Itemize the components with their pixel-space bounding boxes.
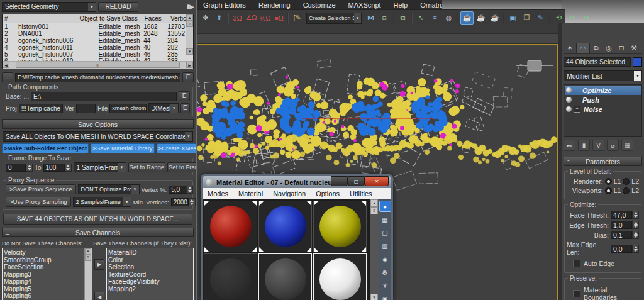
- remove-modifier-icon[interactable]: ⌀: [607, 140, 619, 151]
- paint-brush-icon[interactable]: ✎: [534, 11, 547, 25]
- vertex-percent-spinner[interactable]: 5,0: [169, 186, 193, 194]
- table-vscrollbar[interactable]: [186, 14, 193, 55]
- separator[interactable]: [411, 13, 413, 24]
- separator[interactable]: [228, 13, 229, 24]
- visibility-bulb-icon[interactable]: [566, 97, 572, 103]
- project-field[interactable]: !!!Temp cache xmesh: [19, 104, 63, 113]
- selection-name-field[interactable]: 44 Objects Selected: [564, 57, 631, 67]
- frame-end-spinner[interactable]: 100: [43, 164, 72, 172]
- material-editor-menu-item[interactable]: Material: [233, 190, 268, 197]
- table-header-cell[interactable]: Class: [120, 14, 143, 23]
- list-item[interactable]: Mapping3: [4, 271, 84, 279]
- tab-utilities[interactable]: ⚒: [628, 43, 640, 53]
- separator[interactable]: [503, 13, 504, 24]
- save-objects-button[interactable]: SAVE 44 OBJECTS AS ONE MESH IN WORLD SPA…: [3, 214, 192, 225]
- create-xmesh-loaders-button[interactable]: >Create XMesh Loaders: [157, 143, 197, 153]
- parameter-spinner[interactable]: 47,0: [611, 211, 639, 219]
- save-channels-rollout-header[interactable]: _ Save Channels: [2, 228, 194, 237]
- slots-vscrollbar[interactable]: [370, 199, 379, 300]
- edit-named-selection-sets-icon[interactable]: {✎: [291, 11, 304, 25]
- background-checker-icon[interactable]: ▦: [379, 214, 391, 225]
- explore-path-button[interactable]: E: [182, 72, 194, 82]
- parameter-spinner[interactable]: 0,1: [611, 231, 639, 239]
- layer-manager-icon[interactable]: ⧉: [396, 11, 409, 25]
- min-vertices-spinner[interactable]: 2000: [171, 198, 196, 206]
- parameters-rollout-header[interactable]: - Parameters: [564, 157, 642, 166]
- make-preview-icon[interactable]: ◈: [379, 253, 391, 265]
- browse-path-button[interactable]: ...: [2, 72, 13, 82]
- tab-motion[interactable]: ◎: [602, 43, 615, 53]
- table-header-cell[interactable]: Faces: [143, 14, 169, 23]
- list-item[interactable]: TextureCoord: [108, 271, 192, 279]
- modifier-stack-row[interactable]: + Optimize: [565, 86, 641, 95]
- list-item[interactable]: Mapping4: [4, 278, 84, 286]
- material-editor-titlebar[interactable]: Material Editor - 07 - Default nucleus —…: [203, 176, 391, 188]
- table-header-cell[interactable]: #: [3, 14, 77, 23]
- menubar-item[interactable]: Rendering: [252, 1, 297, 9]
- loop-back-icon[interactable]: ⟲: [552, 11, 565, 25]
- pin-stack-icon[interactable]: ⊷: [564, 140, 575, 151]
- material-map-navigator-icon[interactable]: ◉: [379, 293, 391, 300]
- loop-play-icon[interactable]: ⟳: [566, 11, 579, 25]
- frame-start-spinner[interactable]: 0: [6, 164, 33, 172]
- list-item[interactable]: Mapping6: [4, 292, 84, 300]
- save-options-rollout-header[interactable]: _ Save Options: [2, 119, 194, 129]
- material-slot[interactable]: [204, 253, 257, 300]
- output-path-field[interactable]: E:\!!!Temp cache xmesh chromatid nucleos…: [15, 73, 180, 82]
- make-subfolder-button[interactable]: >Make Sub-Folder Per Object: [2, 143, 89, 153]
- object-color-swatch[interactable]: [633, 57, 642, 67]
- table-row[interactable]: 2DNA001Editable_mesh204813552: [3, 30, 193, 37]
- modifier-list-dropdown[interactable]: Modifier List ▼: [564, 70, 642, 81]
- material-editor-menu-item[interactable]: Navigation: [268, 190, 311, 197]
- parameter-spinner[interactable]: 1,0: [611, 221, 639, 229]
- tab-create[interactable]: ✶: [564, 43, 576, 53]
- menubar-item[interactable]: MAXScript: [342, 1, 387, 9]
- modifier-stack-row[interactable]: + Push: [565, 95, 641, 104]
- dock-icon[interactable]: ▮▶: [187, 3, 194, 10]
- align-icon[interactable]: ⧈: [378, 11, 391, 25]
- video-color-check-icon[interactable]: ▥: [379, 240, 391, 252]
- render-production-icon[interactable]: ☕: [488, 11, 501, 25]
- sampling-dropdown[interactable]: 1 Sample/Frame ▼: [74, 162, 126, 172]
- material-editor-icon[interactable]: ◍: [442, 11, 455, 25]
- list-item[interactable]: SmoothingGroup: [4, 257, 84, 264]
- material-slot[interactable]: [204, 201, 257, 252]
- list-item[interactable]: MaterialID: [108, 249, 192, 257]
- save-material-library-button[interactable]: >Save Material Library: [91, 143, 154, 153]
- select-and-manipulate-icon[interactable]: ✥: [199, 11, 212, 25]
- minimize-button[interactable]: —: [331, 176, 348, 186]
- percent-snap-icon[interactable]: %Ω: [258, 11, 272, 25]
- set-to-range-button[interactable]: Set to Range: [128, 162, 165, 172]
- tab-modify[interactable]: ◠: [576, 43, 590, 53]
- save-mode-dropdown[interactable]: Save ALL Objects To ONE MESH In WORLD SP…: [3, 131, 193, 142]
- use-proxy-sampling-button[interactable]: >Use Proxy Sampling: [6, 197, 71, 207]
- list-item[interactable]: Color: [108, 257, 192, 264]
- close-button[interactable]: ✕: [365, 176, 389, 186]
- list-item[interactable]: Velocity: [4, 249, 84, 257]
- sample-uv-tiling-icon[interactable]: ▢: [379, 227, 391, 238]
- render-setup-icon[interactable]: ☕: [460, 11, 474, 25]
- auto-edge-checkbox[interactable]: [573, 260, 580, 267]
- select-by-material-icon[interactable]: ✳: [379, 280, 391, 291]
- named-selection-sets-dropdown[interactable]: Create Selection S ▼: [306, 13, 362, 24]
- proxy-sampling-dropdown[interactable]: 2 Samples/Frame ▼: [73, 197, 131, 207]
- material-slot[interactable]: [313, 253, 367, 300]
- rendered-frame-window-icon[interactable]: ☕: [474, 11, 487, 25]
- material-slot[interactable]: [258, 201, 312, 252]
- menubar-item[interactable]: Customize: [297, 1, 342, 9]
- schematic-view-icon[interactable]: ⌗: [428, 11, 441, 25]
- separator[interactable]: [549, 13, 550, 24]
- visibility-bulb-icon[interactable]: [566, 87, 572, 93]
- loop-forward-icon[interactable]: ⟳: [580, 11, 593, 25]
- list-item[interactable]: Mapping2: [108, 286, 192, 293]
- renderer-l1-radio[interactable]: [605, 178, 612, 185]
- list-item[interactable]: Mapping5: [4, 286, 84, 293]
- keyboard-shortcut-override-icon[interactable]: ⬆: [213, 11, 226, 25]
- make-unique-icon[interactable]: V: [592, 140, 604, 151]
- viewports-l2-radio[interactable]: [623, 187, 630, 194]
- table-header-cell[interactable]: Object to Save: [77, 14, 119, 23]
- list-item[interactable]: FaceEdgeVisibility: [108, 278, 192, 286]
- file-name-field[interactable]: xmesh chromatid segm: [109, 104, 147, 113]
- set-to-frame-button[interactable]: Set to Frame: [167, 162, 197, 172]
- list-vscrollbar[interactable]: [84, 248, 92, 300]
